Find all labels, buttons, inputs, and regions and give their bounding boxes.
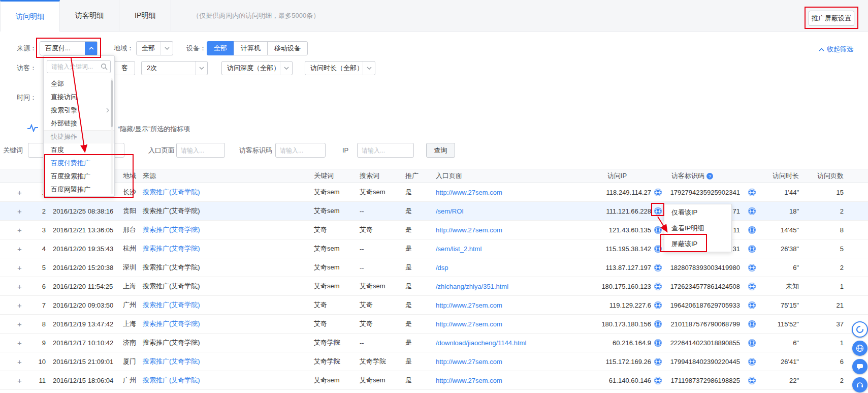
globe-icon[interactable] <box>748 264 756 271</box>
entry-page-link[interactable]: /dsp <box>436 264 448 271</box>
dropdown-item[interactable]: 外部链接 <box>44 117 114 130</box>
entry-page-link[interactable]: http://www.27sem.com <box>436 189 502 196</box>
globe-icon[interactable] <box>654 189 662 196</box>
dropdown-item[interactable]: 百度付费推广 <box>44 157 114 170</box>
globe-icon[interactable] <box>654 358 662 366</box>
entry-page-link[interactable]: /sem/list_2.html <box>436 245 481 253</box>
entry-page-link[interactable]: http://www.27sem.com <box>436 358 502 366</box>
visit-depth-select[interactable]: 访问深度（全部） <box>221 61 293 75</box>
globe-icon[interactable] <box>748 283 756 290</box>
expand-cell: + <box>0 264 31 271</box>
dropdown-item[interactable]: 搜索引擎 <box>44 104 114 117</box>
expand-row-icon[interactable]: + <box>17 320 22 328</box>
cell-source[interactable]: 搜索推广(艾奇学院) <box>141 188 310 197</box>
cell-source[interactable]: 搜索推广(艾奇学院) <box>141 225 310 234</box>
entry-page-link[interactable]: http://www.27sem.com <box>436 377 502 384</box>
globe-icon[interactable] <box>654 245 662 253</box>
dropdown-item[interactable]: 全部 <box>44 77 114 90</box>
globe-icon[interactable] <box>748 301 756 309</box>
entry-page-link[interactable]: http://www.27sem.com <box>436 301 502 309</box>
dropdown-item[interactable]: 百度 <box>44 143 114 157</box>
globe-icon[interactable] <box>748 358 756 366</box>
tab-visitor-detail[interactable]: 访客明细 <box>60 0 119 31</box>
promo-block-settings-button[interactable]: 推广屏蔽设置 <box>809 11 854 26</box>
menu-item-block-ip[interactable]: 屏蔽该IP <box>664 236 731 252</box>
dropdown-item[interactable]: 直接访问 <box>44 90 114 104</box>
globe-icon[interactable] <box>654 283 662 290</box>
visit-duration-select[interactable]: 访问时长（全部） <box>305 61 375 75</box>
globe-icon[interactable] <box>748 320 756 328</box>
service-headset-icon[interactable] <box>852 377 867 392</box>
entry-page-link[interactable]: /sem/ROI <box>436 207 464 215</box>
ip-search-input[interactable] <box>357 143 414 158</box>
globe-icon[interactable] <box>654 301 662 309</box>
dropdown-item[interactable]: 百度网盟推广 <box>44 183 114 196</box>
query-button[interactable]: 查询 <box>426 143 455 158</box>
expand-row-icon[interactable]: + <box>17 283 22 290</box>
keyword-search-label: 关键词 <box>3 143 23 158</box>
expand-row-icon[interactable]: + <box>17 207 22 215</box>
region-select[interactable]: 全部 <box>136 41 173 55</box>
service-swirl-icon[interactable] <box>852 321 868 338</box>
collapse-filter-link[interactable]: 收起筛选 <box>819 45 853 54</box>
dropdown-scrollbar-thumb[interactable] <box>111 80 113 127</box>
tab-visit-detail[interactable]: 访问明细 <box>0 0 60 32</box>
globe-icon[interactable] <box>748 189 756 196</box>
menu-item-view-only-ip[interactable]: 仅看该IP <box>664 204 731 220</box>
cell-source[interactable]: 搜索推广(艾奇学院) <box>141 376 310 385</box>
expand-row-icon[interactable]: + <box>17 189 22 196</box>
expand-row-icon[interactable]: + <box>17 245 22 253</box>
cell-source[interactable]: 搜索推广(艾奇学院) <box>141 282 310 291</box>
expand-row-icon[interactable]: + <box>17 339 22 347</box>
svg-text:?: ? <box>709 173 711 178</box>
cell-source[interactable]: 搜索推广(艾奇学院) <box>141 206 310 216</box>
dropdown-item[interactable]: 百度搜索推广 <box>44 170 114 183</box>
frequency-select[interactable]: 2次 <box>141 61 208 75</box>
cell-entry-page: /download/jiaocheng/1144.html <box>432 339 589 347</box>
globe-icon[interactable] <box>748 245 756 253</box>
cell-entry-page: http://www.27sem.com <box>432 358 589 366</box>
cell-source[interactable]: 搜索推广(艾奇学院) <box>141 300 310 310</box>
globe-icon[interactable] <box>654 339 662 347</box>
globe-icon[interactable] <box>654 377 662 384</box>
cell-source[interactable]: 搜索推广(艾奇学院) <box>141 338 310 347</box>
identifier-text: 2226414023018890855 <box>670 339 740 347</box>
collapse-filter-label: 收起筛选 <box>827 45 853 54</box>
region-select-value: 全部 <box>137 44 160 53</box>
cell-source[interactable]: 搜索推广(艾奇学院) <box>141 319 310 328</box>
globe-icon[interactable] <box>654 207 662 215</box>
globe-icon[interactable] <box>748 339 756 347</box>
cell-source[interactable]: 搜索推广(艾奇学院) <box>141 357 310 366</box>
device-button-all[interactable]: 全部 <box>207 41 234 55</box>
device-button-pc[interactable]: 计算机 <box>234 41 268 55</box>
globe-icon[interactable] <box>748 207 756 215</box>
expand-row-icon[interactable]: + <box>17 358 22 366</box>
source-select[interactable]: 百度付... <box>40 41 98 55</box>
entry-search-input[interactable] <box>176 143 225 158</box>
expand-row-icon[interactable]: + <box>17 264 22 271</box>
tab-ip-detail[interactable]: IP明细 <box>119 0 171 31</box>
entry-page-link[interactable]: /zhichang/zhiya/351.html <box>436 283 508 290</box>
cell-duration: 26'38" <box>757 245 801 253</box>
expand-row-icon[interactable]: + <box>17 301 22 309</box>
menu-item-view-ip-detail[interactable]: 查看IP明细 <box>664 220 731 236</box>
expand-row-icon[interactable]: + <box>17 377 22 384</box>
entry-page-link[interactable]: /download/jiaocheng/1144.html <box>436 339 526 347</box>
entry-page-link[interactable]: http://www.27sem.com <box>436 320 502 328</box>
expand-row-icon[interactable]: + <box>17 226 22 234</box>
device-button-mobile[interactable]: 移动设备 <box>267 41 308 55</box>
globe-icon[interactable] <box>654 264 662 271</box>
globe-icon[interactable] <box>748 226 756 234</box>
service-globe-icon[interactable] <box>852 341 867 356</box>
cell-region: 广州 <box>118 376 141 385</box>
service-chat-icon[interactable] <box>852 359 867 374</box>
cell-source[interactable]: 搜索推广(艾奇学院) <box>141 263 310 272</box>
search-icon[interactable] <box>101 63 108 70</box>
cell-source[interactable]: 搜索推广(艾奇学院) <box>141 244 310 253</box>
globe-icon[interactable] <box>654 226 662 234</box>
help-icon[interactable]: ? <box>706 173 713 179</box>
globe-icon[interactable] <box>654 320 662 328</box>
identifier-search-input[interactable] <box>275 143 326 158</box>
entry-page-link[interactable]: http://www.27sem.com <box>436 226 502 234</box>
globe-icon[interactable] <box>748 377 756 384</box>
